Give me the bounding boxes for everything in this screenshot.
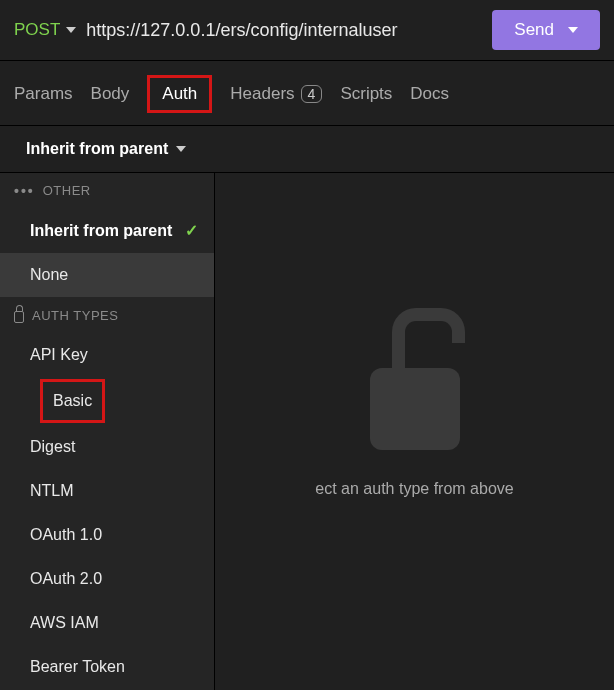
send-button-label: Send xyxy=(514,20,554,40)
sidebar-item-label: Basic xyxy=(53,392,92,410)
auth-type-selector[interactable]: Inherit from parent xyxy=(0,126,614,172)
sidebar-item-label: AWS IAM xyxy=(30,614,99,632)
url-input[interactable] xyxy=(86,20,482,41)
auth-option-oauth1[interactable]: OAuth 1.0 xyxy=(0,513,214,557)
http-method-label: POST xyxy=(14,20,60,40)
request-tabs: Params Body Auth Headers 4 Scripts Docs xyxy=(0,61,614,126)
tab-body[interactable]: Body xyxy=(91,84,130,104)
auth-option-basic[interactable]: Basic xyxy=(40,379,105,423)
section-header-types: AUTH TYPES xyxy=(0,297,214,333)
sidebar-item-label: Inherit from parent xyxy=(30,222,172,240)
tab-params[interactable]: Params xyxy=(14,84,73,104)
auth-option-awsiam[interactable]: AWS IAM xyxy=(0,601,214,645)
auth-type-list: ••• OTHER Inherit from parent ✓ None AUT… xyxy=(0,173,215,690)
auth-option-none[interactable]: None xyxy=(0,253,214,297)
headers-count-badge: 4 xyxy=(301,85,323,103)
send-button[interactable]: Send xyxy=(492,10,600,50)
chevron-down-icon xyxy=(568,27,578,33)
tab-headers[interactable]: Headers 4 xyxy=(230,84,322,104)
chevron-down-icon xyxy=(176,146,186,152)
sidebar-item-label: API Key xyxy=(30,346,88,364)
request-bar: POST Send xyxy=(0,0,614,61)
tab-auth[interactable]: Auth xyxy=(147,75,212,113)
auth-empty-state: ect an auth type from above xyxy=(215,173,614,690)
chevron-down-icon xyxy=(66,27,76,33)
empty-state-text: ect an auth type from above xyxy=(315,480,513,498)
auth-panel: ••• OTHER Inherit from parent ✓ None AUT… xyxy=(0,172,614,690)
sidebar-item-label: OAuth 2.0 xyxy=(30,570,102,588)
sidebar-item-label: Bearer Token xyxy=(30,658,125,676)
dots-icon: ••• xyxy=(14,184,35,198)
auth-type-selected-label: Inherit from parent xyxy=(26,140,168,158)
sidebar-item-label: Digest xyxy=(30,438,75,456)
auth-option-ntlm[interactable]: NTLM xyxy=(0,469,214,513)
auth-option-oauth2[interactable]: OAuth 2.0 xyxy=(0,557,214,601)
section-header-other: ••• OTHER xyxy=(0,173,214,208)
tab-scripts[interactable]: Scripts xyxy=(340,84,392,104)
auth-option-inherit[interactable]: Inherit from parent ✓ xyxy=(0,208,214,253)
sidebar-item-label: OAuth 1.0 xyxy=(30,526,102,544)
auth-option-bearer[interactable]: Bearer Token xyxy=(0,645,214,689)
auth-option-digest[interactable]: Digest xyxy=(0,425,214,469)
lock-icon xyxy=(14,311,24,323)
http-method-dropdown[interactable]: POST xyxy=(14,20,76,40)
tab-docs[interactable]: Docs xyxy=(410,84,449,104)
auth-option-apikey[interactable]: API Key xyxy=(0,333,214,377)
sidebar-item-label: NTLM xyxy=(30,482,74,500)
check-icon: ✓ xyxy=(185,221,198,240)
sidebar-item-label: None xyxy=(30,266,68,284)
lock-open-icon xyxy=(370,368,460,450)
